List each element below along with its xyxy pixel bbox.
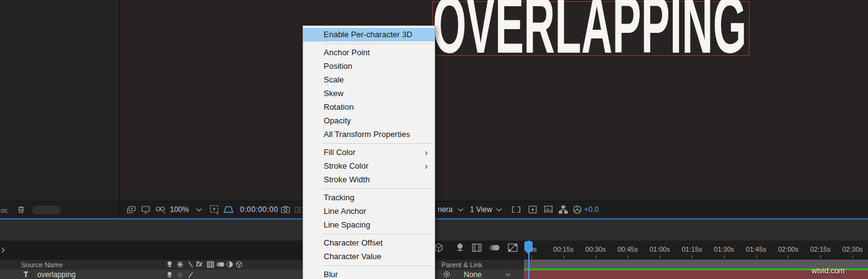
chevron-down-icon [505,273,511,277]
3d-layer-icon[interactable] [235,260,243,268]
frame-blend-icon[interactable] [206,260,215,268]
menu-item-position[interactable]: Position [303,60,435,73]
project-panel-toolbar: oc [0,201,119,219]
menu-item-opacity[interactable]: Opacity [303,114,435,128]
chevron-down-icon[interactable] [496,208,502,212]
ruler-tick [596,255,596,259]
quality-icon[interactable] [187,260,195,268]
project-search-pill[interactable] [32,206,61,215]
menu-item-line-spacing[interactable]: Line Spacing [303,218,435,232]
shy-icon[interactable] [166,260,174,268]
menu-item-stroke-width[interactable]: Stroke Width [303,173,435,187]
watermark: wtvid.com [812,267,844,275]
ruler-label: 02:30s [834,246,868,253]
layer-name[interactable]: overlapping [37,270,76,279]
animate-context-menu: Enable Per-character 3DAnchor PointPosit… [303,25,435,279]
stereo-glasses-icon[interactable] [154,205,167,215]
bit-depth-label[interactable]: oc [1,206,8,214]
region-of-interest-icon[interactable] [209,204,221,215]
menu-separator [303,187,435,191]
active-camera-dropdown[interactable]: nera [438,205,453,214]
motion-blur-icon[interactable] [216,260,225,268]
magnification-dropdown[interactable]: 100% [170,205,189,214]
pickwhip-icon[interactable] [443,270,451,278]
menu-item-stroke-color[interactable]: Stroke Color› [303,159,435,173]
parent-dropdown-value: None [464,270,482,279]
parent-dropdown[interactable]: None [457,270,516,278]
column-divider [18,260,19,269]
preview-thumbnails-icon[interactable] [126,205,136,215]
shared-view-icon[interactable] [511,205,521,215]
menu-separator [303,264,435,268]
menu-item-skew[interactable]: Skew [303,87,435,100]
panel-chevron-icon[interactable] [1,247,7,253]
menu-item-character-value[interactable]: Character Value [303,250,435,264]
view-layout-dropdown[interactable]: 1 View [470,205,492,214]
chevron-down-icon[interactable] [458,208,464,212]
menu-separator [303,42,435,46]
ruler-tick [724,255,725,259]
menu-item-scale[interactable]: Scale [303,73,435,87]
collapse-transforms-icon[interactable] [176,260,184,268]
histogram-icon[interactable] [543,205,554,215]
shy-icon[interactable] [166,271,174,279]
submenu-arrow-icon: › [425,159,428,173]
mini-flowchart-icon[interactable] [558,205,569,215]
effects-icon[interactable]: fx [196,260,203,268]
project-panel [0,0,120,218]
menu-item-tracking[interactable]: Tracking [303,191,435,205]
ruler-tick [692,255,693,259]
submenu-arrow-icon: › [425,146,428,159]
motion-blur-icon[interactable] [489,243,501,252]
source-name-header[interactable]: Source Name [21,261,63,268]
menu-separator [303,232,435,236]
exposure-shutter-icon[interactable] [572,205,582,215]
menu-item-anchor-point[interactable]: Anchor Point [303,46,435,60]
exposure-value[interactable]: +0.0 [584,205,599,214]
parent-link-header[interactable]: Parent & Link [441,261,482,268]
ruler-tick [852,255,853,259]
timecode-display[interactable]: 0:00:00:00 [240,205,278,214]
ruler-tick [756,255,757,259]
after-effects-window: oc OVERLAPPING 100% [0,0,868,279]
monitor-icon[interactable] [141,205,151,215]
timeline-ruler[interactable]: 00s00:15s00:30s00:45s01:00s01:15s01:30s0… [524,241,868,259]
fast-previews-icon[interactable] [528,205,538,215]
ruler-tick [788,255,789,259]
menu-item-line-anchor[interactable]: Line Anchor [303,205,435,218]
snapshot-camera-icon[interactable] [280,205,291,215]
menu-item-fill-color[interactable]: Fill Color› [303,146,435,159]
frame-blend-icon[interactable] [471,242,482,253]
quality-icon[interactable] [187,271,195,279]
column-divider [162,260,163,269]
composition-text-layer[interactable]: OVERLAPPING [431,0,750,58]
ruler-tick [564,255,564,259]
menu-item-blur[interactable]: Blur [303,268,435,279]
text-layer-badge: T [24,270,28,279]
shy-icon[interactable] [454,242,466,253]
ruler-tick [660,255,660,259]
menu-item-all-transform-properties[interactable]: All Transform Properties [303,128,435,141]
menu-separator [303,141,435,146]
ruler-tick [820,255,821,259]
menu-item-rotation[interactable]: Rotation [303,100,435,114]
headline-text: OVERLAPPING [433,0,746,70]
ruler-tick [531,255,532,259]
adjustment-layer-icon[interactable] [226,260,234,268]
menu-item-character-offset[interactable]: Character Offset [303,236,435,250]
trash-icon[interactable] [16,205,26,215]
collapse-transforms-icon[interactable] [176,271,184,279]
transparency-grid-icon[interactable] [223,205,234,215]
menu-item-enable-per-character-3d[interactable]: Enable Per-character 3D [303,28,435,42]
column-divider [522,260,523,269]
ruler-tick [627,255,628,259]
chevron-down-icon[interactable] [196,208,202,212]
